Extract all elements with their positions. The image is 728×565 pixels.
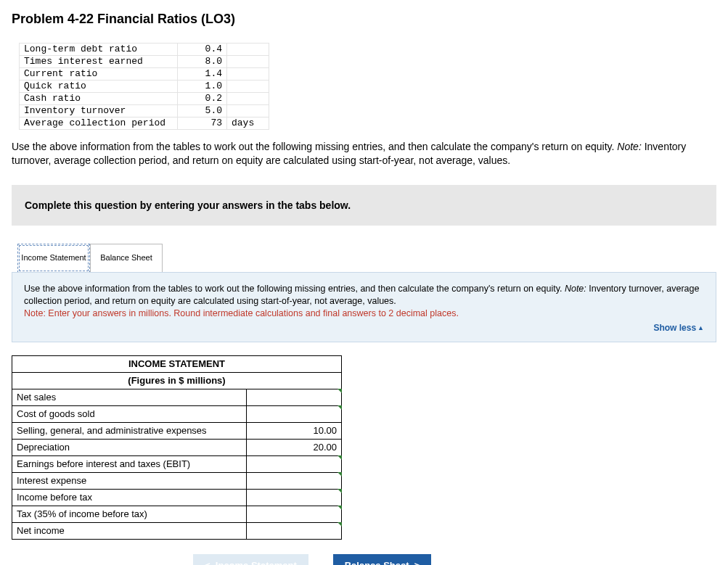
- ratio-unit: [227, 93, 269, 105]
- row-label: Income before tax: [12, 489, 247, 506]
- row-label: Cost of goods sold: [12, 405, 247, 422]
- ratio-label: Quick ratio: [20, 81, 178, 93]
- table-row: Tax (35% of income before tax): [12, 506, 342, 522]
- tab-income-statement[interactable]: Income Statement: [17, 244, 90, 273]
- ratio-label: Inventory turnover: [20, 105, 178, 117]
- intro-note-label: Note:: [617, 141, 641, 152]
- prev-button[interactable]: < Income Statement: [193, 554, 308, 565]
- row-label: Net income: [12, 522, 247, 539]
- depreciation-value: 20.00: [247, 439, 342, 455]
- ratio-label: Times interest earned: [20, 56, 178, 68]
- row-label: Depreciation: [12, 439, 247, 455]
- row-label: Earnings before interest and taxes (EBIT…: [12, 455, 247, 472]
- interest-expense-input[interactable]: [247, 472, 342, 489]
- row-label: Interest expense: [12, 472, 247, 489]
- tab-balance-sheet[interactable]: Balance Sheet: [90, 244, 163, 273]
- table-row: Net sales: [12, 389, 342, 405]
- show-less-label: Show less: [653, 323, 696, 333]
- nav-buttons: < Income Statement Balance Sheet >: [12, 554, 716, 565]
- table-row: Cost of goods sold: [12, 405, 342, 422]
- row-label: Selling, general, and administrative exp…: [12, 422, 247, 439]
- row-label: Tax (35% of income before tax): [12, 506, 247, 522]
- row-label: Net sales: [12, 389, 247, 405]
- ratio-value: 0.4: [178, 44, 227, 56]
- ratio-unit: [227, 81, 269, 93]
- ratio-unit: [227, 44, 269, 56]
- next-button[interactable]: Balance Sheet >: [333, 554, 432, 565]
- next-label: Balance Sheet: [345, 560, 409, 565]
- income-before-tax-input[interactable]: [247, 489, 342, 506]
- box-red-note: Note: Enter your answers in millions. Ro…: [24, 308, 459, 318]
- is-header-1: INCOME STATEMENT: [12, 355, 342, 372]
- table-row: Selling, general, and administrative exp…: [12, 422, 342, 439]
- ratio-label: Long-term debt ratio: [20, 44, 178, 56]
- page-title: Problem 4-22 Financial Ratios (LO3): [12, 12, 716, 27]
- tax-input[interactable]: [247, 506, 342, 522]
- table-row: Interest expense: [12, 472, 342, 489]
- tab-strip: Income StatementBalance Sheet: [17, 243, 716, 272]
- is-header-2: (Figures in $ millions): [12, 372, 342, 389]
- prev-label: Income Statement: [216, 560, 297, 565]
- ebit-input[interactable]: [247, 455, 342, 472]
- ratio-label: Current ratio: [20, 68, 178, 81]
- show-less-toggle[interactable]: Show less▲: [24, 319, 704, 334]
- table-row: Depreciation20.00: [12, 439, 342, 455]
- ratio-value: 5.0: [178, 105, 227, 117]
- box-text-1: Use the above information from the table…: [24, 284, 565, 294]
- ratio-unit: [227, 105, 269, 117]
- ratio-unit: [227, 68, 269, 81]
- ratio-value: 1.4: [178, 68, 227, 81]
- ratio-value: 8.0: [178, 56, 227, 68]
- income-statement-table: INCOME STATEMENT (Figures in $ millions)…: [12, 355, 342, 540]
- table-row: Net income: [12, 522, 342, 539]
- ratio-label: Average collection period: [20, 117, 178, 130]
- box-note-label: Note:: [565, 284, 586, 294]
- chevron-left-icon: <: [205, 560, 210, 565]
- table-row: Earnings before interest and taxes (EBIT…: [12, 455, 342, 472]
- instruction-box: Use the above information from the table…: [12, 272, 716, 342]
- ratio-unit: [227, 56, 269, 68]
- ratio-unit: days: [227, 117, 269, 130]
- intro-text: Use the above information from the table…: [12, 140, 713, 168]
- chevron-right-icon: >: [414, 560, 420, 565]
- triangle-up-icon: ▲: [698, 324, 704, 331]
- sga-value: 10.00: [247, 422, 342, 439]
- ratio-value: 1.0: [178, 81, 227, 93]
- net-income-input[interactable]: [247, 522, 342, 539]
- ratio-value: 0.2: [178, 93, 227, 105]
- ratios-table: Long-term debt ratio0.4 Times interest e…: [19, 43, 269, 130]
- cogs-input[interactable]: [247, 405, 342, 422]
- intro-part1: Use the above information from the table…: [12, 141, 617, 152]
- ratio-value: 73: [178, 117, 227, 130]
- table-row: Income before tax: [12, 489, 342, 506]
- net-sales-input[interactable]: [247, 389, 342, 405]
- prompt-banner: Complete this question by entering your …: [12, 185, 716, 226]
- ratio-label: Cash ratio: [20, 93, 178, 105]
